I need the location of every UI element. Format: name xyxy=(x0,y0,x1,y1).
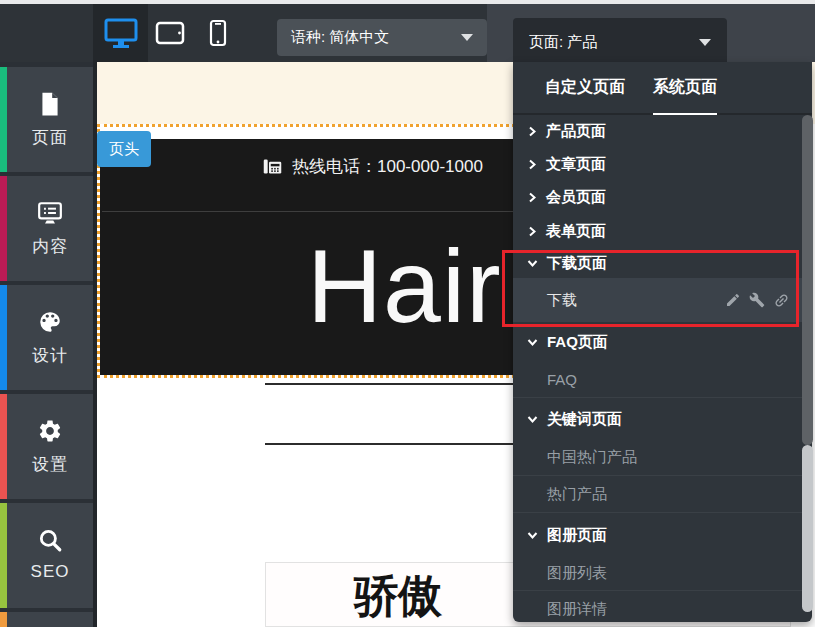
tab-system-pages[interactable]: 系统页面 xyxy=(653,62,717,115)
sidebar-item-design[interactable]: 设计 xyxy=(0,285,93,390)
page-item-label: 图册详情 xyxy=(547,600,607,619)
tablet-icon xyxy=(155,20,185,46)
section-tag-header[interactable]: 页头 xyxy=(97,131,151,167)
sidebar-item-partial[interactable] xyxy=(0,612,93,627)
document-icon xyxy=(37,91,63,117)
sidebar: 页面 内容 设计 设置 xyxy=(0,62,93,627)
page-item-album-detail[interactable]: 图册详情 xyxy=(513,591,812,622)
section-keyword-pages[interactable]: 关键词页面 xyxy=(513,398,812,440)
chevron-down-icon xyxy=(527,414,538,424)
sidebar-item-label: 设计 xyxy=(32,344,68,367)
topbar: 语种: 简体中文 页面: 产品 xyxy=(0,4,815,62)
section-label: 图册页面 xyxy=(547,526,607,545)
tab-label: 系统页面 xyxy=(653,77,717,98)
sidebar-item-label: 设置 xyxy=(32,453,68,476)
section-label: FAQ页面 xyxy=(547,333,608,352)
language-selector-label: 语种: 简体中文 xyxy=(291,28,461,47)
tab-label: 自定义页面 xyxy=(545,77,625,98)
phone-icon xyxy=(206,19,230,47)
sidebar-item-content[interactable]: 内容 xyxy=(0,176,93,281)
page-item-hot-products[interactable]: 热门产品 xyxy=(513,476,812,513)
page-item-label: 图册列表 xyxy=(547,564,607,583)
sidebar-item-label: SEO xyxy=(31,562,70,582)
page-item-china-hot-products[interactable]: 中国热门产品 xyxy=(513,440,812,476)
panel-tabs: 自定义页面 系统页面 xyxy=(513,62,812,115)
hotline-text: 热线电话：100-000-1000 xyxy=(292,155,483,178)
chevron-right-icon xyxy=(527,126,537,137)
fax-phone-icon xyxy=(262,156,283,177)
section-article-pages[interactable]: 文章页面 xyxy=(513,148,812,181)
section-label: 文章页面 xyxy=(546,155,606,174)
device-desktop-button[interactable] xyxy=(93,4,148,62)
highlight-rectangle xyxy=(502,250,799,327)
section-product-pages[interactable]: 产品页面 xyxy=(513,115,812,148)
page-item-label: 中国热门产品 xyxy=(547,448,637,467)
section-label: 会员页面 xyxy=(546,188,606,207)
sidebar-item-settings[interactable]: 设置 xyxy=(0,394,93,499)
chevron-right-icon xyxy=(527,192,537,203)
page-item-label: 热门产品 xyxy=(547,485,607,504)
scrollbar-track[interactable] xyxy=(802,445,813,612)
language-selector[interactable]: 语种: 简体中文 xyxy=(277,19,487,56)
page-item-faq[interactable]: FAQ xyxy=(513,362,812,398)
scrollbar-thumb[interactable] xyxy=(802,115,813,445)
section-label: 产品页面 xyxy=(546,122,606,141)
chevron-down-icon xyxy=(699,39,711,46)
sidebar-item-label: 内容 xyxy=(32,235,68,258)
page-selector-panel: 自定义页面 系统页面 产品页面 文章页面 会员页面 表单页面 xyxy=(513,62,812,622)
section-label: 关键词页面 xyxy=(547,410,622,429)
editor-window: 语种: 简体中文 页面: 产品 页面 内容 xyxy=(0,0,815,627)
section-faq-pages[interactable]: FAQ页面 xyxy=(513,322,812,362)
sidebar-item-pages[interactable]: 页面 xyxy=(0,67,93,172)
section-member-pages[interactable]: 会员页面 xyxy=(513,181,812,214)
page-selector[interactable]: 页面: 产品 xyxy=(513,18,727,66)
sidebar-item-label: 页面 xyxy=(32,126,68,149)
chevron-down-icon xyxy=(461,34,473,41)
chevron-down-icon xyxy=(527,337,538,347)
page-item-album-list[interactable]: 图册列表 xyxy=(513,557,812,591)
panel-row-list: 产品页面 文章页面 会员页面 表单页面 下载页面 下载 xyxy=(513,115,812,622)
palette-icon xyxy=(37,309,63,335)
sidebar-item-seo[interactable]: SEO xyxy=(0,503,93,608)
search-icon xyxy=(37,527,63,553)
content-screen-icon xyxy=(37,200,63,226)
chevron-down-icon xyxy=(527,530,538,540)
section-label: 表单页面 xyxy=(546,222,606,241)
chevron-right-icon xyxy=(527,226,537,237)
chevron-right-icon xyxy=(527,159,537,170)
section-form-pages[interactable]: 表单页面 xyxy=(513,214,812,248)
device-phone-button[interactable] xyxy=(196,4,240,62)
section-album-pages[interactable]: 图册页面 xyxy=(513,513,812,557)
preview-heading: 骄傲 xyxy=(354,567,442,626)
device-tablet-button[interactable] xyxy=(148,4,192,62)
desktop-icon xyxy=(103,17,139,49)
page-selector-label: 页面: 产品 xyxy=(529,33,699,52)
gear-icon xyxy=(37,418,63,444)
page-item-label: FAQ xyxy=(547,371,577,388)
hotline-row: 热线电话：100-000-1000 xyxy=(262,155,483,178)
brand-logo-text: Hair xyxy=(307,227,502,346)
tab-custom-pages[interactable]: 自定义页面 xyxy=(545,62,625,115)
